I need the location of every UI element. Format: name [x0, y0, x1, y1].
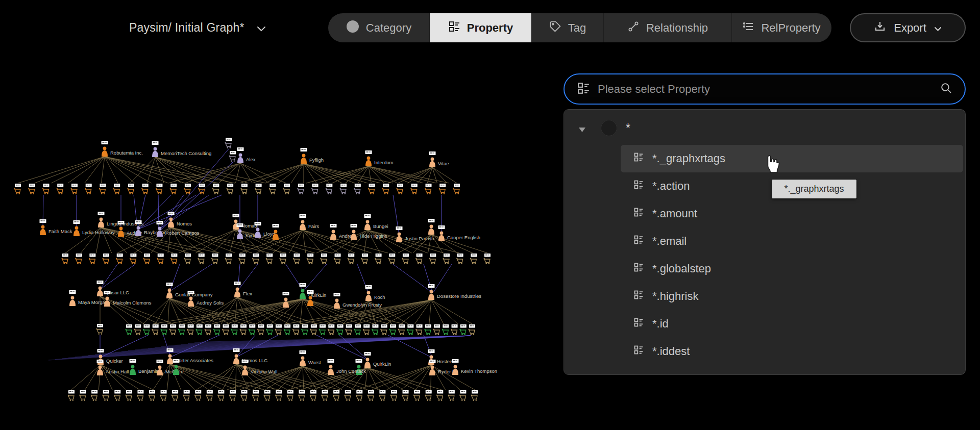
graph-node-merchant[interactable]: [471, 390, 478, 401]
graph-node-merchant[interactable]: [114, 390, 120, 401]
graph-node-merchant[interactable]: [354, 184, 361, 194]
graph-node-merchant[interactable]: [213, 324, 220, 335]
graph-node-person[interactable]: Fyfligh: [301, 148, 324, 164]
property-item[interactable]: *.iddest: [621, 338, 963, 365]
graph-node-person[interactable]: Lloyd: [255, 222, 275, 238]
graph-node-merchant[interactable]: [170, 254, 177, 264]
graph-node-merchant[interactable]: [184, 254, 191, 264]
tab-property[interactable]: Property: [429, 13, 531, 42]
graph-node-person[interactable]: Robutemia Inc.: [102, 141, 143, 157]
graph-node-person[interactable]: Nomos: [168, 212, 192, 227]
graph-node-merchant[interactable]: [319, 324, 326, 335]
graph-node-merchant[interactable]: [194, 390, 201, 401]
property-item[interactable]: *._graphxrtags: [621, 145, 963, 172]
graph-node-merchant[interactable]: [280, 254, 286, 264]
graph-node-merchant[interactable]: [459, 390, 466, 401]
graph-node-merchant[interactable]: [333, 390, 339, 401]
graph-node-merchant[interactable]: [407, 324, 413, 335]
graph-node-merchant[interactable]: [252, 390, 259, 401]
graph-node-merchant[interactable]: [388, 254, 395, 264]
graph-node-merchant[interactable]: [161, 324, 167, 335]
graph-node-merchant[interactable]: [453, 184, 460, 194]
graph-node-merchant[interactable]: [205, 324, 211, 335]
graph-node-merchant[interactable]: [128, 184, 134, 194]
graph-node-merchant[interactable]: [240, 324, 247, 335]
graph-node-merchant[interactable]: [372, 324, 378, 335]
property-search-input[interactable]: [598, 83, 932, 96]
graph-node-merchant[interactable]: [157, 254, 164, 264]
graph-node-merchant[interactable]: [42, 184, 49, 194]
graph-node-merchant[interactable]: [196, 324, 203, 335]
graph-node-merchant[interactable]: [187, 324, 194, 335]
graph-node-merchant[interactable]: [126, 324, 132, 335]
graph-node-merchant[interactable]: [389, 324, 396, 335]
graph-node-merchant[interactable]: [354, 324, 361, 335]
property-item[interactable]: *.id: [621, 310, 963, 338]
graph-node-merchant[interactable]: [416, 324, 423, 335]
graph-node-person[interactable]: Flex: [234, 282, 253, 297]
property-item[interactable]: *.email: [621, 227, 963, 255]
graph-node-merchant[interactable]: [249, 324, 255, 335]
graph-canvas[interactable]: Robutemia Inc.MemoriTech ConsultingAlexF…: [0, 0, 561, 430]
graph-node-merchant[interactable]: [287, 390, 293, 401]
tree-row-root[interactable]: *: [564, 110, 965, 145]
graph-node-merchant[interactable]: [293, 254, 300, 264]
graph-node-merchant[interactable]: [29, 184, 35, 194]
graph-node-merchant[interactable]: [217, 390, 224, 401]
graph-node-merchant[interactable]: [390, 390, 397, 401]
graph-node-merchant[interactable]: [439, 184, 446, 194]
graph-node-merchant[interactable]: [298, 184, 304, 194]
graph-node-merchant[interactable]: [137, 390, 143, 401]
graph-node-merchant[interactable]: [484, 254, 491, 264]
graph-node-merchant[interactable]: [14, 184, 21, 194]
graph-node-merchant[interactable]: [239, 254, 246, 264]
graph-node-merchant[interactable]: [382, 184, 389, 194]
graph-node-merchant[interactable]: [433, 324, 440, 335]
tab-category[interactable]: Category: [328, 13, 429, 42]
graph-node-merchant[interactable]: [229, 151, 236, 162]
graph-node-merchant[interactable]: [211, 254, 218, 264]
graph-node-merchant[interactable]: [470, 254, 477, 264]
graph-node-merchant[interactable]: [241, 390, 248, 401]
graph-node-merchant[interactable]: [103, 254, 109, 264]
property-item[interactable]: *.amount: [621, 200, 963, 227]
graph-node-merchant[interactable]: [275, 324, 282, 335]
graph-node-merchant[interactable]: [356, 390, 362, 401]
graph-node-merchant[interactable]: [457, 254, 463, 264]
graph-node-merchant[interactable]: [425, 184, 432, 194]
graph-node-merchant[interactable]: [402, 390, 409, 401]
graph-node-merchant[interactable]: [257, 324, 264, 335]
graph-node-merchant[interactable]: [443, 254, 450, 264]
graph-node-merchant[interactable]: [172, 390, 178, 401]
graph-node-merchant[interactable]: [411, 184, 418, 194]
graph-node-merchant[interactable]: [275, 390, 282, 401]
graph-node-merchant[interactable]: [99, 184, 106, 194]
graph-node-merchant[interactable]: [80, 390, 86, 401]
graph-node-merchant[interactable]: [310, 324, 317, 335]
graph-node-merchant[interactable]: [369, 184, 375, 194]
graph-node-merchant[interactable]: [227, 184, 233, 194]
graph-node-person[interactable]: QuirkLin: [364, 352, 391, 368]
graph-node-merchant[interactable]: [103, 390, 109, 401]
graph-node-person[interactable]: Wurst: [300, 350, 321, 366]
graph-node-person[interactable]: [283, 292, 289, 308]
graph-node-merchant[interactable]: [130, 254, 136, 264]
graph-node-merchant[interactable]: [469, 324, 475, 335]
graph-node-merchant[interactable]: [340, 184, 347, 194]
graph-node-person[interactable]: Vitae: [429, 151, 449, 167]
graph-node-merchant[interactable]: [212, 184, 219, 194]
graph-node-person[interactable]: Alex: [237, 147, 256, 163]
graph-node-merchant[interactable]: [266, 324, 273, 335]
graph-node-merchant[interactable]: [283, 184, 290, 194]
graph-node-merchant[interactable]: [76, 254, 82, 264]
graph-node-merchant[interactable]: [229, 390, 236, 401]
graph-node-merchant[interactable]: [264, 390, 271, 401]
graph-node-merchant[interactable]: [225, 254, 232, 264]
graph-node-merchant[interactable]: [326, 184, 332, 194]
tab-relationship[interactable]: Relationship: [603, 13, 731, 42]
graph-node-merchant[interactable]: [152, 324, 159, 335]
graph-node-person[interactable]: Faith Mack: [40, 219, 72, 235]
graph-node-merchant[interactable]: [328, 324, 334, 335]
graph-node-merchant[interactable]: [307, 254, 313, 264]
graph-node-merchant[interactable]: [116, 254, 123, 264]
